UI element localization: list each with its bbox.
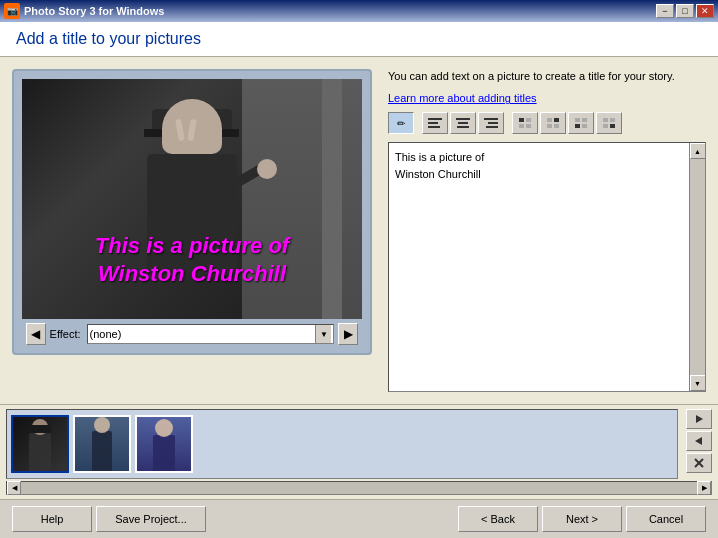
svg-rect-1 (428, 122, 438, 124)
thumbnail-controls (686, 409, 712, 473)
title-bar: 📷 Photo Story 3 for Windows − □ ✕ (0, 0, 718, 22)
window-body: Add a title to your pictures (0, 22, 718, 538)
effect-select[interactable]: (none) ▼ (87, 324, 335, 344)
svg-rect-24 (610, 124, 615, 128)
svg-rect-5 (457, 126, 469, 128)
delete-icon (694, 458, 704, 468)
text-scrollbar: ▲ ▼ (689, 143, 705, 391)
text-area[interactable]: This is a picture of Winston Churchill (389, 143, 689, 391)
title-bar-text: Photo Story 3 for Windows (24, 5, 656, 17)
thumb-delete-button[interactable] (686, 453, 712, 473)
svg-rect-21 (603, 118, 608, 122)
effect-row: Effect: (none) ▼ (46, 324, 339, 344)
hand (257, 159, 277, 179)
align-left-icon (428, 117, 442, 129)
page-header: Add a title to your pictures (0, 22, 718, 57)
position-br-icon (602, 117, 616, 129)
svg-rect-3 (456, 118, 470, 120)
learn-more-link[interactable]: Learn more about adding titles (388, 92, 706, 104)
position-bl-icon (574, 117, 588, 129)
photo-preview: This is a picture of Winston Churchill (22, 79, 362, 319)
svg-rect-2 (428, 126, 440, 128)
svg-rect-8 (486, 126, 498, 128)
forward-icon (694, 414, 704, 424)
v-sign (177, 119, 195, 141)
align-center-icon (456, 117, 470, 129)
cancel-button[interactable]: Cancel (626, 506, 706, 532)
page-title: Add a title to your pictures (16, 30, 702, 48)
thumbnail-3[interactable] (135, 415, 193, 473)
left-panel: This is a picture of Winston Churchill ◀… (12, 69, 372, 392)
thumb-back-button[interactable] (686, 431, 712, 451)
thumbnail-strip-wrapper: ◀ ▶ (0, 404, 718, 499)
scroll-track (690, 159, 705, 375)
close-button[interactable]: ✕ (696, 4, 714, 18)
scroll-down-button[interactable]: ▼ (690, 375, 706, 391)
right-panel: You can add text on a picture to create … (388, 69, 706, 392)
prev-photo-button[interactable]: ◀ (26, 323, 46, 345)
svg-rect-4 (458, 122, 468, 124)
svg-rect-15 (547, 124, 552, 128)
photo-frame: This is a picture of Winston Churchill ◀… (12, 69, 372, 355)
svg-rect-17 (575, 118, 580, 122)
maximize-button[interactable]: □ (676, 4, 694, 18)
svg-rect-6 (484, 118, 498, 120)
photo-title-overlay: This is a picture of Winston Churchill (37, 232, 347, 289)
action-bar: Help Save Project... < Back Next > Cance… (0, 499, 718, 538)
effect-dropdown-arrow[interactable]: ▼ (315, 325, 331, 343)
svg-rect-22 (610, 118, 615, 122)
hscroll-left-button[interactable]: ◀ (7, 481, 21, 495)
effect-label: Effect: (50, 328, 81, 340)
position-bl-button[interactable] (568, 112, 594, 134)
svg-rect-10 (526, 118, 531, 122)
minimize-button[interactable]: − (656, 4, 674, 18)
svg-marker-25 (696, 415, 703, 423)
text-line-2: Winston Churchill (395, 166, 683, 183)
hscroll-track (21, 482, 697, 494)
position-br-button[interactable] (596, 112, 622, 134)
svg-rect-0 (428, 118, 442, 120)
position-tr-button[interactable] (540, 112, 566, 134)
finger-1 (175, 119, 185, 142)
position-tl-icon (518, 117, 532, 129)
content-area: This is a picture of Winston Churchill ◀… (0, 57, 718, 404)
svg-rect-23 (603, 124, 608, 128)
back-icon (694, 436, 704, 446)
next-photo-button[interactable]: ▶ (338, 323, 358, 345)
svg-rect-20 (582, 124, 587, 128)
edit-text-button[interactable]: ✏ (388, 112, 414, 134)
align-left-button[interactable] (422, 112, 448, 134)
svg-marker-26 (695, 437, 702, 445)
svg-rect-9 (519, 118, 524, 122)
help-button[interactable]: Help (12, 506, 92, 532)
position-tl-button[interactable] (512, 112, 538, 134)
svg-rect-16 (554, 124, 559, 128)
info-description: You can add text on a picture to create … (388, 69, 706, 84)
position-tr-icon (546, 117, 560, 129)
align-right-icon (484, 117, 498, 129)
thumb-forward-button[interactable] (686, 409, 712, 429)
title-bar-buttons: − □ ✕ (656, 4, 714, 18)
svg-rect-14 (554, 118, 559, 122)
thumbnail-2[interactable] (73, 415, 131, 473)
svg-rect-19 (575, 124, 580, 128)
svg-rect-7 (488, 122, 498, 124)
thumbnail-1[interactable] (11, 415, 69, 473)
scroll-up-button[interactable]: ▲ (690, 143, 706, 159)
thumbnail-strip (6, 409, 678, 479)
svg-rect-11 (519, 124, 524, 128)
back-button[interactable]: < Back (458, 506, 538, 532)
text-area-container: This is a picture of Winston Churchill ▲… (388, 142, 706, 392)
format-toolbar: ✏ (388, 112, 706, 134)
svg-rect-13 (547, 118, 552, 122)
svg-rect-12 (526, 124, 531, 128)
app-icon: 📷 (4, 3, 20, 19)
svg-rect-18 (582, 118, 587, 122)
align-right-button[interactable] (478, 112, 504, 134)
save-project-button[interactable]: Save Project... (96, 506, 206, 532)
nav-row: ◀ Effect: (none) ▼ ▶ (22, 323, 362, 345)
hscroll-right-button[interactable]: ▶ (697, 481, 711, 495)
text-line-1: This is a picture of (395, 149, 683, 166)
next-button[interactable]: Next > (542, 506, 622, 532)
align-center-button[interactable] (450, 112, 476, 134)
